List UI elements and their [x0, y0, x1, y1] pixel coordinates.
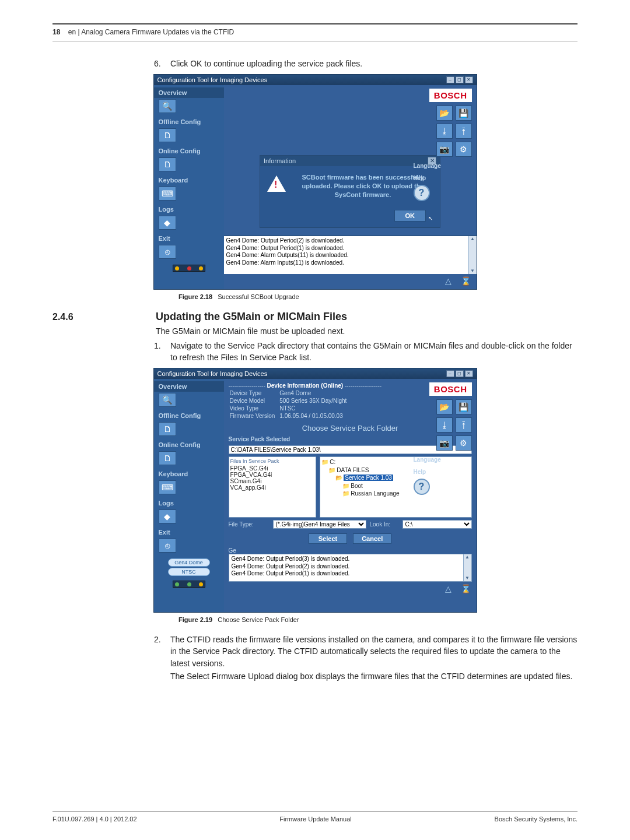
service-pack-file[interactable]: SCmain.G4i	[230, 478, 314, 484]
language-label: Language	[414, 163, 441, 169]
log-line: Gen4 Dome: Alarm Outputs(11) is download…	[226, 252, 474, 259]
download-from-device-icon[interactable]: ⭳	[436, 124, 453, 139]
nav-offline[interactable]: Offline Config	[154, 117, 224, 127]
log-line: Gen4 Dome: Output Period(2) is downloade…	[232, 563, 469, 571]
service-pack-file[interactable]: FPGA_SC.G4i	[230, 465, 314, 472]
nav-exit[interactable]: Exit	[154, 527, 224, 537]
offline-config-icon[interactable]: 🗋	[159, 128, 176, 142]
info-dialog-title: Information	[264, 157, 296, 164]
warning-triangle-icon: △	[445, 584, 452, 593]
online-config-icon[interactable]: 🗋	[159, 451, 176, 465]
help-icon[interactable]: ?	[414, 185, 430, 201]
step2-text-a: The CTFID reads the firmware file versio…	[170, 634, 578, 669]
bosch-logo: BOSCH	[429, 89, 472, 102]
help-label: Help	[414, 469, 426, 475]
files-in-service-pack-list[interactable]: Files In Service Pack FPGA_SC.G4i FPGA_V…	[229, 456, 316, 518]
file-type-select[interactable]: (*.G4i-img)Gen4 Image Files	[273, 520, 366, 529]
nav-logs[interactable]: Logs	[154, 498, 224, 508]
window-titlebar: Configuration Tool for Imaging Devices –…	[154, 75, 477, 85]
window-title: Configuration Tool for Imaging Devices	[158, 370, 268, 377]
nav-exit[interactable]: Exit	[154, 233, 224, 244]
nav-online[interactable]: Online Config	[154, 146, 224, 156]
page-footer: F.01U.097.269 | 4.0 | 2012.02 Firmware U…	[52, 811, 578, 823]
minimize-icon[interactable]: –	[446, 76, 454, 83]
camera-icon[interactable]: 📷	[436, 435, 453, 451]
help-label: Help	[414, 175, 426, 181]
maximize-icon[interactable]: ◻	[456, 370, 464, 377]
keyboard-icon[interactable]: ⌨	[159, 480, 176, 494]
cancel-button[interactable]: Cancel	[353, 533, 391, 544]
log-line: Gen4 Dome: Output Period(1) is downloade…	[232, 570, 469, 578]
nav-overview[interactable]: Overview	[154, 381, 224, 392]
scroll-up-icon[interactable]: ▲	[470, 236, 475, 242]
log-pane: Gen4 Dome: Output Period(3) is downloade…	[229, 554, 472, 582]
close-icon[interactable]: ✕	[465, 76, 473, 83]
page-number: 18	[52, 28, 60, 36]
upload-to-device-icon[interactable]: ⭱	[456, 417, 472, 433]
status-lights	[173, 581, 205, 588]
service-pack-file[interactable]: VCA_app.G4i	[230, 484, 314, 491]
open-folder-icon[interactable]: 📂	[436, 106, 453, 121]
firmware-icon[interactable]: ⚙	[456, 435, 472, 451]
nav-online[interactable]: Online Config	[154, 440, 224, 450]
ok-button[interactable]: OK	[394, 210, 426, 222]
footer-left: F.01U.097.269 | 4.0 | 2012.02	[52, 816, 137, 823]
magnifier-icon[interactable]: 🔍	[159, 99, 176, 113]
scroll-up-icon[interactable]: ▲	[465, 554, 470, 560]
download-from-device-icon[interactable]: ⭳	[436, 417, 453, 433]
close-icon[interactable]: ✕	[465, 370, 473, 377]
keyboard-icon[interactable]: ⌨	[159, 187, 176, 201]
look-in-select[interactable]: C:\	[402, 520, 472, 529]
service-pack-file[interactable]: FPGA_VCA.G4i	[230, 472, 314, 478]
section-number: 2.4.6	[52, 312, 143, 322]
files-in-service-pack-label: Files In Service Pack	[230, 458, 314, 465]
save-icon[interactable]: 💾	[456, 399, 472, 414]
window-titlebar: Configuration Tool for Imaging Devices –…	[154, 368, 477, 379]
select-button[interactable]: Select	[309, 533, 347, 544]
save-icon[interactable]: 💾	[456, 106, 472, 121]
nav-overview[interactable]: Overview	[154, 87, 224, 98]
file-type-label: File Type:	[229, 521, 270, 528]
left-nav: Overview 🔍 Offline Config 🗋 Online Confi…	[154, 85, 224, 289]
magnifier-icon[interactable]: 🔍	[159, 393, 176, 407]
exit-icon[interactable]: ⎋	[159, 539, 176, 553]
warning-icon	[267, 175, 286, 192]
figure-2-18-caption: Figure 2.18 Successful SCBoot Upgrade	[178, 293, 578, 300]
exit-icon[interactable]: ⎋	[159, 245, 176, 259]
selected-folder[interactable]: Service Pack 1.03	[344, 475, 393, 481]
online-config-icon[interactable]: 🗋	[159, 157, 176, 171]
upload-to-device-icon[interactable]: ⭱	[456, 124, 472, 139]
folder-icon: 📁	[342, 490, 349, 497]
nav-logs[interactable]: Logs	[154, 204, 224, 215]
running-head-text: en | Analog Camera Firmware Updates via …	[68, 28, 235, 36]
status-lights	[173, 265, 205, 272]
info-dialog-message: SCBoot firmware has been successfully up…	[293, 173, 433, 199]
language-label: Language	[414, 456, 441, 463]
nav-offline[interactable]: Offline Config	[154, 410, 224, 421]
left-nav: Overview 🔍 Offline Config 🗋 Online Confi…	[154, 379, 224, 612]
ctfid-window-scboot: Configuration Tool for Imaging Devices –…	[153, 74, 477, 290]
firmware-icon[interactable]: ⚙	[456, 142, 472, 157]
folder-icon: 📂	[335, 475, 342, 481]
scroll-down-icon[interactable]: ▼	[465, 575, 470, 581]
warning-triangle-icon: △	[445, 276, 452, 286]
maximize-icon[interactable]: ◻	[456, 76, 464, 83]
log-line: Gen4 Dome: Output Period(3) is downloade…	[232, 556, 469, 563]
folder-icon: 📁	[328, 467, 335, 473]
logs-icon[interactable]: ◆	[159, 216, 176, 230]
log-line: Gen4 Dome: Output Period(1) is downloade…	[226, 245, 474, 252]
log-line: Gen4 Dome: Output Period(2) is downloade…	[226, 237, 474, 245]
camera-icon[interactable]: 📷	[436, 142, 453, 157]
nav-keyboard[interactable]: Keyboard	[154, 175, 224, 185]
device-info-panel: ------------------- Device Information (…	[229, 382, 410, 420]
ge-partial-label: Ge	[229, 547, 477, 554]
nav-keyboard[interactable]: Keyboard	[154, 469, 224, 479]
open-folder-icon[interactable]: 📂	[436, 399, 453, 414]
logs-icon[interactable]: ◆	[159, 509, 176, 523]
device-badges: Gen4 Dome NTSC	[168, 558, 210, 577]
help-icon[interactable]: ?	[414, 479, 430, 495]
scroll-down-icon[interactable]: ▼	[470, 268, 475, 274]
sandglass-icon: ⌛	[461, 276, 471, 286]
offline-config-icon[interactable]: 🗋	[159, 422, 176, 436]
minimize-icon[interactable]: –	[446, 370, 454, 377]
